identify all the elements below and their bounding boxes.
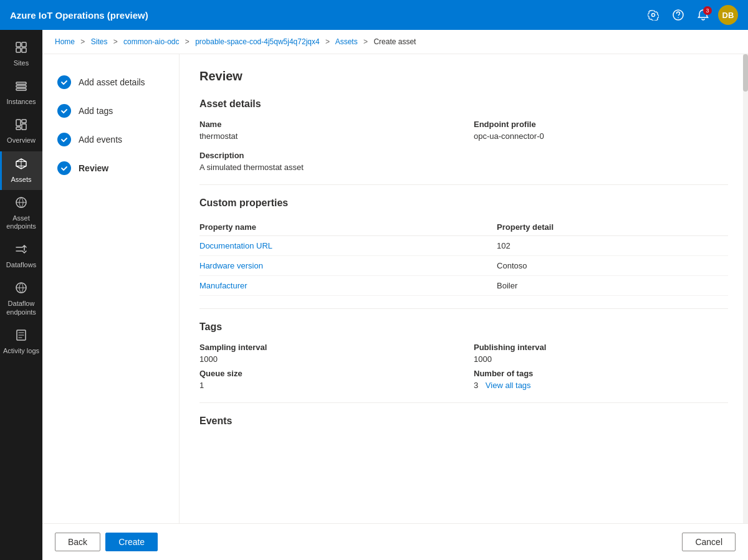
breadcrumb-instance[interactable]: probable-space-cod-4j5qw5j4q72jqx4	[195, 37, 319, 46]
number-of-tags-value: 3 View all tags	[474, 381, 728, 390]
wizard-step-add-tags[interactable]: Add tags	[52, 98, 169, 124]
svg-rect-11	[22, 124, 26, 130]
description-value: A simulated thermostat asset	[199, 163, 728, 172]
sampling-interval-value: 1000	[199, 354, 454, 364]
breadcrumb-assets[interactable]: Assets	[335, 37, 358, 46]
main-area: Home > Sites > common-aio-odc > probable…	[42, 30, 748, 560]
app-layout: Sites Instances Overview	[0, 30, 748, 560]
tags-section-title: Tags	[199, 321, 728, 333]
svg-rect-2	[16, 42, 21, 47]
cancel-button[interactable]: Cancel	[682, 533, 736, 551]
divider-1	[199, 184, 728, 185]
sidebar-item-assets[interactable]: Assets	[0, 151, 42, 190]
user-avatar[interactable]: DB	[718, 5, 738, 25]
svg-point-1	[678, 17, 679, 19]
property-name-cell: Hardware version	[199, 256, 497, 276]
custom-properties-section-title: Custom properties	[199, 197, 728, 209]
sidebar-item-asset-endpoints[interactable]: Asset endpoints	[0, 190, 42, 237]
activity-logs-icon	[15, 329, 27, 344]
sidebar-item-activity-logs[interactable]: Activity logs	[0, 323, 42, 361]
scrollbar-thumb[interactable]	[743, 54, 748, 92]
sidebar-item-dataflows[interactable]: Dataflows	[0, 237, 42, 275]
breadcrumb-sites[interactable]: Sites	[91, 37, 108, 46]
property-detail-col-header: Property detail	[497, 219, 728, 236]
help-icon	[673, 9, 684, 21]
step-circle-review	[57, 161, 71, 175]
help-button[interactable]	[668, 5, 688, 25]
sidebar-item-assets-label: Assets	[11, 176, 31, 184]
number-of-tags-detail: Number of tags 3 View all tags	[474, 369, 728, 390]
description-detail: Description A simulated thermostat asset	[199, 151, 728, 172]
property-detail-cell: Contoso	[497, 256, 728, 276]
endpoint-label: Endpoint profile	[474, 120, 728, 129]
queue-size-label: Queue size	[199, 369, 454, 378]
description-label: Description	[199, 151, 728, 160]
svg-rect-7	[16, 85, 26, 87]
table-row: ManufacturerBoiler	[199, 276, 728, 296]
top-navigation: Azure IoT Operations (preview) 3 DB	[0, 0, 748, 30]
review-title: Review	[199, 69, 728, 83]
settings-button[interactable]	[643, 5, 663, 25]
nav-icons: 3 DB	[643, 5, 738, 25]
wizard-step-add-events[interactable]: Add events	[52, 126, 169, 153]
asset-details-section-title: Asset details	[199, 98, 728, 110]
step-circle-add-events	[57, 133, 71, 146]
notifications-button[interactable]: 3	[693, 5, 713, 25]
svg-rect-12	[16, 127, 21, 130]
divider-3	[199, 402, 728, 403]
svg-rect-9	[16, 120, 21, 126]
content-area: Add asset details Add tags	[42, 54, 748, 523]
view-all-tags-link[interactable]: View all tags	[486, 381, 531, 390]
app-title: Azure IoT Operations (preview)	[10, 10, 643, 21]
step-label-add-events: Add events	[79, 135, 122, 145]
name-detail: Name thermostat	[199, 120, 454, 141]
step-label-review: Review	[79, 163, 108, 173]
sidebar-item-instances[interactable]: Instances	[0, 74, 42, 112]
breadcrumb: Home > Sites > common-aio-odc > probable…	[42, 30, 748, 54]
sidebar-item-overview[interactable]: Overview	[0, 112, 42, 151]
scrollbar-track	[743, 54, 748, 523]
sidebar-item-asset-endpoints-label: Asset endpoints	[2, 214, 40, 230]
sidebar-item-sites[interactable]: Sites	[0, 35, 42, 74]
step-circle-add-asset-details	[57, 75, 71, 89]
divider-2	[199, 308, 728, 309]
sidebar-item-dataflow-endpoints[interactable]: Dataflow endpoints	[0, 275, 42, 322]
sidebar-item-sites-label: Sites	[14, 59, 29, 67]
settings-icon	[648, 9, 659, 21]
notification-count-badge: 3	[703, 6, 712, 15]
tags-count: 3	[474, 381, 478, 390]
asset-details-grid: Name thermostat Endpoint profile opc-ua-…	[199, 120, 728, 172]
wizard-step-review[interactable]: Review	[52, 155, 169, 181]
table-row: Hardware versionContoso	[199, 256, 728, 276]
wizard-step-add-asset-details[interactable]: Add asset details	[52, 69, 169, 95]
back-button[interactable]: Back	[55, 533, 100, 551]
sidebar-item-dataflows-label: Dataflows	[6, 261, 36, 269]
queue-size-value: 1	[199, 381, 454, 390]
step-circle-add-tags	[57, 104, 71, 118]
checkmark-icon	[60, 78, 68, 86]
create-button[interactable]: Create	[105, 533, 158, 551]
breadcrumb-home[interactable]: Home	[55, 37, 75, 46]
breadcrumb-common-aio-odc[interactable]: common-aio-odc	[123, 37, 179, 46]
svg-rect-4	[16, 48, 21, 52]
svg-rect-3	[22, 42, 26, 47]
table-row: Documentation URL102	[199, 236, 728, 256]
sidebar-item-overview-label: Overview	[7, 136, 36, 145]
asset-endpoints-icon	[15, 196, 27, 212]
publishing-interval-value: 1000	[474, 354, 728, 364]
property-name-cell: Documentation URL	[199, 236, 497, 256]
bottom-spacer	[199, 437, 728, 474]
name-value: thermostat	[199, 131, 454, 141]
step-label-add-asset-details: Add asset details	[79, 77, 145, 87]
events-section-title: Events	[199, 415, 728, 427]
checkmark-icon-events	[60, 136, 68, 143]
tags-grid: Sampling interval 1000 Publishing interv…	[199, 343, 728, 364]
sampling-interval-detail: Sampling interval 1000	[199, 343, 454, 364]
svg-rect-5	[22, 48, 26, 52]
name-label: Name	[199, 120, 454, 129]
queue-size-detail: Queue size 1	[199, 369, 454, 390]
overview-icon	[15, 118, 27, 134]
sidebar-item-instances-label: Instances	[6, 98, 36, 106]
number-of-tags-label: Number of tags	[474, 369, 728, 378]
property-name-cell: Manufacturer	[199, 276, 497, 296]
